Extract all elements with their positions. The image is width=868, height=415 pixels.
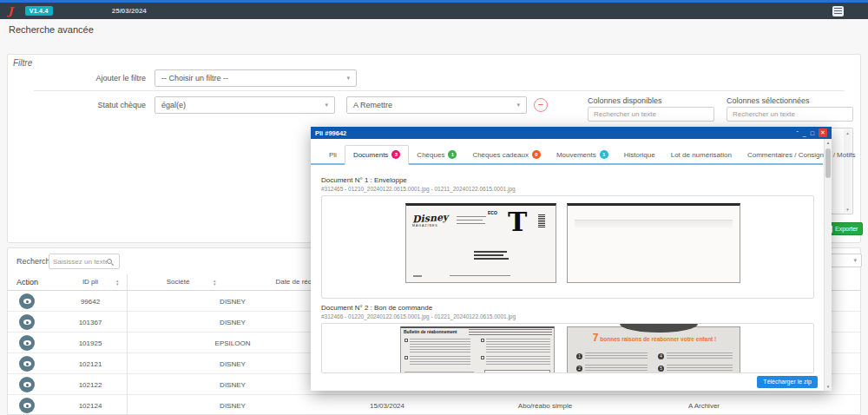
chevron-down-icon: ▾ xyxy=(853,257,857,264)
flyer-scan[interactable]: 7 bonnes raisons de réabonner votre enfa… xyxy=(567,326,740,373)
eye-icon xyxy=(23,382,31,387)
scan-eco-mark: ECO xyxy=(488,210,497,215)
statut-select-value: A Remettre xyxy=(353,101,392,109)
eye-icon xyxy=(23,299,31,304)
view-pli-button[interactable] xyxy=(19,398,35,413)
document-2-files: #312466 - 01220_20240122.0615.0001.jpg -… xyxy=(321,313,516,319)
header-date: 25/03/2024 xyxy=(112,7,147,15)
scan-postage-t: T xyxy=(508,211,527,234)
tab-label: Pli xyxy=(329,151,337,159)
cell-id-pli: 102121 xyxy=(79,360,102,368)
add-filter-select[interactable]: -- Choisir un filtre --▾ xyxy=(155,69,357,87)
envelope-back-scan[interactable] xyxy=(567,203,740,283)
tab-pli[interactable]: Pli xyxy=(321,147,345,163)
reduce-icon[interactable]: _ xyxy=(803,130,806,136)
eye-icon xyxy=(23,403,31,408)
columns-available-label: Colonnes disponibles xyxy=(588,96,662,105)
columns-selected-label: Colonnes sélectionnées xyxy=(727,96,810,105)
columns-selected-search-input[interactable] xyxy=(727,107,853,122)
modal-footer: Télécharger le zip xyxy=(311,373,825,391)
tab-lot-numerisation[interactable]: Lot de numérisation xyxy=(663,147,740,163)
scan-flyer-title: 7 bonnes raisons de réabonner votre enfa… xyxy=(585,335,724,342)
col-header-societe[interactable]: Société xyxy=(167,278,190,286)
tab-label: Chèques cadeaux xyxy=(472,151,529,159)
chevron-down-icon: ▾ xyxy=(516,102,520,109)
view-pli-button[interactable] xyxy=(19,356,35,372)
table-search-input[interactable] xyxy=(53,258,107,266)
cell-date-reception: 15/03/2024 xyxy=(370,402,404,410)
cell-id-pli: 102122 xyxy=(79,381,102,389)
cell-statut: A Archiver xyxy=(688,402,720,410)
version-badge: V1.4.4 xyxy=(25,6,53,16)
modal-tab-bar: Pli Documents3 Chèques1 Chèques cadeaux0… xyxy=(311,142,823,165)
order-form-scan[interactable]: Bulletin de réabonnement xyxy=(400,326,555,373)
tab-commentaires[interactable]: Commentaires / Consignes / Motifs xyxy=(740,147,864,163)
modal-scrollbar[interactable]: ▴ ▾ xyxy=(824,139,832,391)
view-pli-button[interactable] xyxy=(19,314,35,330)
filter-divider xyxy=(34,90,845,91)
listbox-scrollbar[interactable]: ▴▾ xyxy=(844,129,852,213)
cheques-cadeaux-count-badge: 0 xyxy=(532,150,541,159)
cell-societe: EPSILOON xyxy=(215,339,251,347)
hamburger-menu-icon[interactable] xyxy=(832,6,844,16)
scroll-up-icon[interactable]: ▴ xyxy=(825,139,832,147)
scan-barcode xyxy=(538,214,545,227)
add-filter-select-value: -- Choisir un filtre -- xyxy=(161,74,228,82)
eye-icon xyxy=(23,340,31,346)
col-header-action: Action xyxy=(16,278,38,287)
chevron-down-icon: ▾ xyxy=(325,102,328,109)
documents-count-badge: 3 xyxy=(391,150,400,159)
filter-panel-label: Filtre xyxy=(13,58,32,68)
cheques-count-badge: 1 xyxy=(448,150,457,159)
add-filter-label: Ajouter le filtre xyxy=(8,74,146,82)
page-title: Recherche avancée xyxy=(9,24,94,35)
view-pli-button[interactable] xyxy=(19,335,35,351)
cell-id-pli: 101925 xyxy=(79,339,102,347)
view-pli-button[interactable] xyxy=(19,377,35,392)
mouvements-count-badge: 1 xyxy=(600,150,608,159)
scroll-down-icon[interactable]: ▾ xyxy=(825,383,832,391)
modal-title-bar[interactable]: Pli #99642 ˆ _ □ ✕ xyxy=(311,127,832,139)
statut-value-select[interactable]: A Remettre▾ xyxy=(346,96,527,114)
close-icon[interactable]: ✕ xyxy=(819,128,827,137)
col-header-id-pli[interactable]: ID pli xyxy=(82,278,98,286)
tab-cheques[interactable]: Chèques1 xyxy=(409,146,464,163)
scan-brand-text: Disney xyxy=(412,212,449,226)
table-row[interactable]: 102124 DISNEY 15/03/2024 Abo/réabo simpl… xyxy=(8,395,860,415)
flyer-dark-shape xyxy=(620,323,698,333)
tab-label: Commentaires / Consignes / Motifs xyxy=(747,151,856,159)
scrollbar-thumb[interactable] xyxy=(825,148,831,178)
sort-icon[interactable]: ▴▾ xyxy=(214,279,216,286)
cell-id-pli: 101367 xyxy=(79,319,102,326)
app-header: J V1.4.4 25/03/2024 xyxy=(0,3,868,19)
tab-label: Chèques xyxy=(417,151,444,159)
sort-icon[interactable]: ▴▾ xyxy=(116,279,119,286)
cell-id-pli: 102124 xyxy=(79,402,102,410)
document-2-preview-box: Bulletin de réabonnement 7 bonnes raison… xyxy=(321,323,814,373)
export-button-label: Exporter xyxy=(835,226,858,232)
envelope-flap-line xyxy=(575,220,733,228)
scroll-up-icon[interactable]: ▴ xyxy=(846,130,849,135)
tab-mouvements[interactable]: Mouvements1 xyxy=(549,146,616,163)
tab-cheques-cadeaux[interactable]: Chèques cadeaux0 xyxy=(464,146,549,163)
scan-form-title: Bulletin de réabonnement xyxy=(404,329,457,334)
chevron-down-icon: ▾ xyxy=(346,75,350,82)
remove-filter-button[interactable]: − xyxy=(534,98,548,112)
download-zip-button[interactable]: Télécharger le zip xyxy=(757,376,818,388)
tab-label: Lot de numérisation xyxy=(671,151,732,159)
maximize-icon[interactable]: □ xyxy=(811,130,814,136)
minimize-icon[interactable]: ˆ xyxy=(797,130,799,136)
envelope-front-scan[interactable]: Disney MAGAZINES ECO T xyxy=(405,203,556,283)
view-pli-button[interactable] xyxy=(19,293,35,309)
cell-societe: DISNEY xyxy=(220,360,246,368)
statut-cheque-label: Statut chèque xyxy=(8,101,146,109)
operator-select[interactable]: égal(e)▾ xyxy=(155,96,335,114)
columns-available-search-input[interactable] xyxy=(588,107,714,122)
tab-label: Documents xyxy=(353,151,388,159)
tab-documents[interactable]: Documents3 xyxy=(345,145,409,165)
scroll-down-icon[interactable]: ▾ xyxy=(844,206,852,213)
cell-societe: DISNEY xyxy=(220,298,246,306)
tab-historique[interactable]: Historique xyxy=(616,147,663,163)
table-search-field[interactable] xyxy=(49,254,120,269)
search-icon xyxy=(107,259,112,264)
